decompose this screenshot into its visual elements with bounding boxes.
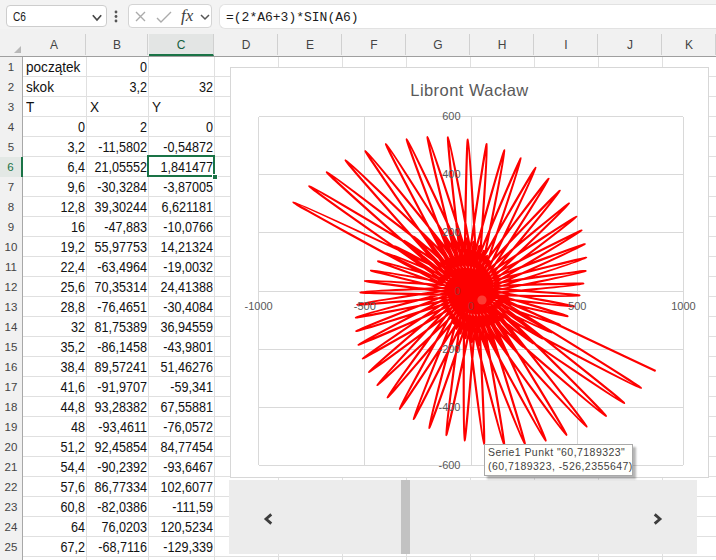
svg-text:-600: -600 [438, 459, 460, 471]
svg-text:400: 400 [442, 168, 460, 180]
svg-text:-200: -200 [438, 343, 460, 355]
svg-text:500: 500 [568, 300, 586, 312]
svg-text:-500: -500 [354, 300, 376, 312]
svg-text:-400: -400 [438, 401, 460, 413]
svg-text:0: 0 [454, 285, 460, 297]
svg-text:600: 600 [442, 110, 460, 122]
svg-text:-1000: -1000 [245, 300, 273, 312]
svg-text:0: 0 [468, 300, 474, 312]
svg-text:1000: 1000 [671, 300, 695, 312]
svg-text:200: 200 [442, 226, 460, 238]
